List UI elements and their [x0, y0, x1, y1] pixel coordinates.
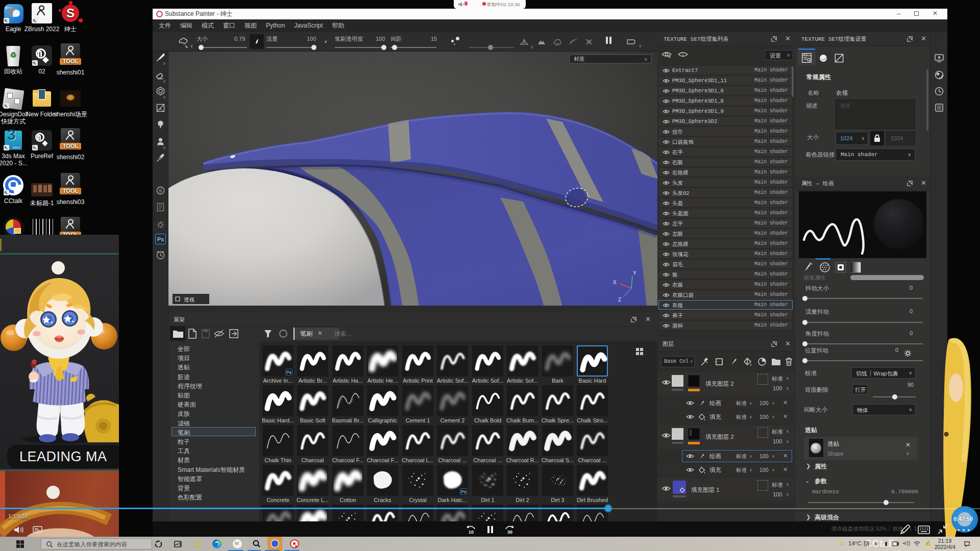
- svg-text:X: X: [613, 280, 617, 285]
- svg-text:1: 1: [682, 53, 684, 57]
- svg-text:材质: 材质: [574, 56, 585, 62]
- svg-text:30: 30: [507, 530, 512, 535]
- svg-text:Y: Y: [633, 270, 636, 276]
- svg-text:透视: 透视: [184, 296, 195, 303]
- svg-text:10: 10: [469, 530, 474, 535]
- svg-text:S: S: [159, 188, 162, 193]
- svg-text:Z: Z: [618, 297, 621, 303]
- svg-text:∨: ∨: [644, 57, 648, 62]
